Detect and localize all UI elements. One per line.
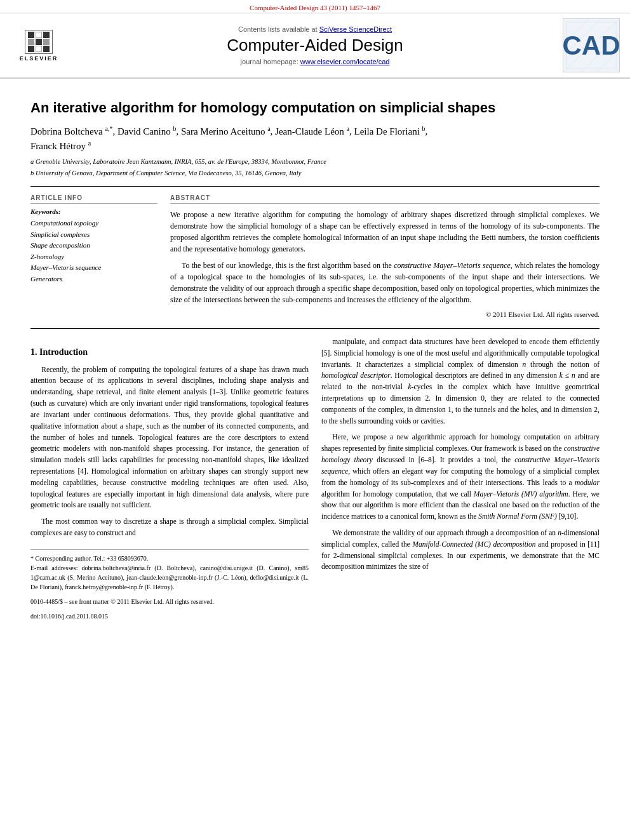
homepage-line: journal homepage: www.elsevier.com/locat… [67, 58, 563, 65]
footer-doi-line: doi:10.1016/j.cad.2011.08.015 [30, 611, 309, 621]
homepage-link[interactable]: www.elsevier.com/locate/cad [300, 58, 390, 65]
abstract-para-2: To the best of our knowledge, this is th… [170, 260, 600, 305]
elsevier-wordmark: ELSEVIER [20, 55, 58, 62]
article-body: An iterative algorithm for homology comp… [0, 79, 630, 631]
right-para-3: We demonstrate the validity of our appro… [321, 528, 600, 573]
right-para-1: manipulate, and compact data structures … [321, 337, 600, 427]
sciverse-line: Contents lists available at SciVerse Sci… [67, 25, 563, 33]
article-info-heading: ARTICLE INFO [30, 194, 158, 204]
article-title: An iterative algorithm for homology comp… [30, 99, 600, 117]
journal-title: Computer-Aided Design [67, 36, 563, 55]
journal-title-center: Contents lists available at SciVerse Sci… [67, 25, 563, 65]
keyword-2: Simplicial complexes [30, 229, 158, 241]
svg-line-3 [582, 34, 619, 72]
abstract-heading: ABSTRACT [170, 194, 600, 204]
body-content: 1. Introduction Recently, the problem of… [30, 337, 600, 621]
abstract-para-1: We propose a new iterative algorithm for… [170, 209, 600, 255]
footer-copyright-line: 0010-4485/$ – see front matter © 2011 El… [30, 597, 309, 606]
abstract-text: We propose a new iterative algorithm for… [170, 209, 600, 305]
section1-heading: 1. Introduction [30, 345, 309, 359]
keyword-5: Mayer–Vietoris sequence [30, 262, 158, 274]
svg-line-1 [563, 19, 601, 57]
sciverse-link[interactable]: SciVerse ScienceDirect [319, 25, 392, 33]
journal-ref-text: Computer-Aided Design 43 (2011) 1457–146… [250, 4, 380, 11]
article-info-panel: ARTICLE INFO Keywords: Computational top… [30, 194, 158, 318]
svg-line-0 [563, 19, 619, 72]
affiliation-b: b University of Genova, Department of Co… [30, 169, 600, 178]
svg-line-2 [563, 19, 588, 44]
authors-text: Dobrina Boltcheva a,*, David Canino b, S… [30, 126, 427, 137]
journal-reference-bar: Computer-Aided Design 43 (2011) 1457–146… [0, 0, 630, 13]
authors-line: Dobrina Boltcheva a,*, David Canino b, S… [30, 124, 600, 154]
body-right-col: manipulate, and compact data structures … [321, 337, 600, 621]
body-left-col: 1. Introduction Recently, the problem of… [30, 337, 309, 621]
intro-para-1: Recently, the problem of computing the t… [30, 364, 309, 512]
abstract-copyright: © 2011 Elsevier Ltd. All rights reserved… [170, 310, 600, 318]
elsevier-logo: ELSEVIER [10, 30, 67, 62]
corresponding-author-note: * Corresponding author. Tel.: +33 658093… [30, 554, 309, 563]
intro-para-2: The most common way to discretize a shap… [30, 516, 309, 539]
journal-header: ELSEVIER Contents lists available at Sci… [0, 13, 630, 79]
abstract-body-divider [30, 328, 600, 329]
keywords-label: Keywords: [30, 208, 158, 215]
authors-text-2: Franck Hétroy a [30, 141, 91, 151]
keyword-1: Computational topology [30, 218, 158, 229]
right-para-2: Here, we propose a new algorithmic appro… [321, 432, 600, 523]
keyword-6: Generators [30, 274, 158, 285]
elsevier-logo-box [25, 30, 53, 54]
cad-logo: CAD [563, 18, 620, 72]
footer-area: * Corresponding author. Tel.: +33 658093… [30, 549, 309, 621]
header-divider [30, 186, 600, 187]
keyword-3: Shape decomposition [30, 240, 158, 251]
abstract-panel: ABSTRACT We propose a new iterative algo… [170, 194, 600, 318]
affiliation-a: a Grenoble University, Laboratoire Jean … [30, 157, 600, 167]
email-addresses: E-mail addresses: dobrina.boltcheva@inri… [30, 563, 309, 592]
article-info-abstract: ARTICLE INFO Keywords: Computational top… [30, 194, 600, 318]
keyword-4: Z-homology [30, 251, 158, 263]
